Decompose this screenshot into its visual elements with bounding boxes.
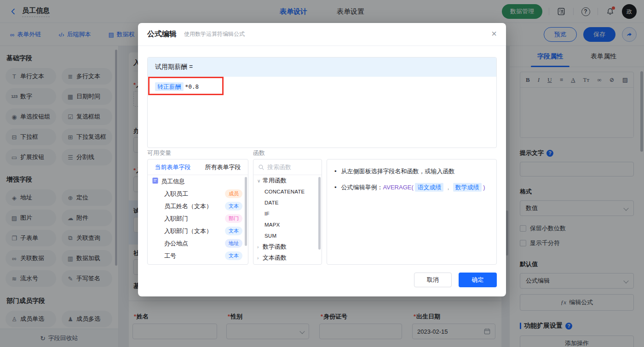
formula-expression: *0.8 [185,83,199,90]
help-example-prefix: 公式编辑举例： [341,184,383,191]
variable-item[interactable]: 工号文本 [148,250,248,262]
functions-scrollbar[interactable] [318,177,321,250]
variables-tab-当前表单字段[interactable]: 当前表单字段 [148,159,198,175]
formula-target: 试用期薪酬 = [148,57,496,77]
variable-name: 员工姓名（文本） [164,202,212,210]
help-function-close: ) [483,184,485,191]
variable-item[interactable]: 入职员工成员 [148,188,248,200]
function-group-文本函数[interactable]: ›文本函数 [253,252,322,263]
field-type-badge: 地址 [225,239,242,248]
function-search [253,159,322,175]
variable-item[interactable]: 员工姓名（文本）文本 [148,200,248,212]
confirm-button[interactable]: 确定 [459,273,497,287]
chevron-right-icon: › [257,256,263,261]
variable-name: 工号 [164,252,176,260]
function-IF[interactable]: IF [253,208,322,219]
variables-section-label: 可用变量 [147,149,171,157]
variables-tab-所有表单字段[interactable]: 所有表单字段 [198,159,248,175]
bullet-icon: • [334,183,337,192]
field-token[interactable]: 转正薪酬 [155,82,184,91]
help-line-1: 从左侧面板选择字段名和函数，或输入函数 [341,167,455,176]
formula-edit-dialog: 公式编辑 使用数学运算符编辑公式 × 试用期薪酬 = 转正薪酬*0.8 可用变量… [138,23,506,296]
search-icon [258,164,264,171]
example-token-2: 数学成绩 [453,183,482,192]
function-search-input[interactable] [267,164,309,171]
help-line-2: 公式编辑举例：AVERAGE( 语文成绩 ， 数学成绩 ) [341,183,485,192]
example-token-1: 语文成绩 [415,183,443,192]
function-group-数学函数[interactable]: ›数学函数 [253,241,322,252]
bullet-icon: • [334,167,337,176]
formula-help-panel: • 从左侧面板选择字段名和函数，或输入函数 • 公式编辑举例：AVERAGE( … [327,159,497,265]
variable-item[interactable]: 入职部门部门 [148,212,248,225]
function-group-label: 常用函数 [263,176,287,185]
variables-panel: 当前表单字段所有表单字段 员工信息入职员工成员员工姓名（文本）文本入职部门部门入… [147,159,248,265]
functions-section-label: 函数 [253,149,265,157]
variable-item[interactable]: 入职部门（文本）文本 [148,225,248,237]
field-type-badge: 部门 [225,214,242,223]
chevron-down-icon: ∨ [257,178,263,183]
variable-item[interactable]: 办公地点地址 [148,237,248,250]
close-icon[interactable]: × [491,29,497,38]
field-type-badge: 成员 [225,189,242,198]
field-type-badge: 文本 [225,202,242,210]
dialog-title: 公式编辑 [147,29,177,39]
variable-name: 入职部门 [164,215,188,223]
variables-list: 员工信息入职员工成员员工姓名（文本）文本入职部门部门入职部门（文本）文本办公地点… [148,175,248,262]
function-group-label: 数学函数 [263,243,287,251]
functions-list: ∨常用函数CONCATENATEDATEIFMAPXSUM›数学函数›文本函数 [253,175,322,263]
field-type-badge: 文本 [225,227,242,235]
variable-name: 入职员工 [164,190,188,198]
function-group-label: 文本函数 [263,254,287,262]
dialog-subtitle: 使用数学运算符编辑公式 [184,30,245,38]
functions-panel: ∨常用函数CONCATENATEDATEIFMAPXSUM›数学函数›文本函数 [253,159,322,265]
function-SUM[interactable]: SUM [253,230,322,241]
variables-root[interactable]: 员工信息 [148,175,248,188]
document-icon [152,177,158,185]
help-separator: ， [445,184,451,191]
function-group-常用函数[interactable]: ∨常用函数 [253,175,322,186]
variable-name: 入职部门（文本） [164,227,212,235]
field-type-badge: 文本 [225,251,242,260]
help-function-open: AVERAGE( [383,184,414,191]
formula-editor[interactable]: 试用期薪酬 = 转正薪酬*0.8 [147,57,497,148]
function-DATE[interactable]: DATE [253,197,322,208]
cancel-button[interactable]: 取消 [414,273,452,287]
function-MAPX[interactable]: MAPX [253,219,322,230]
chevron-right-icon: › [257,245,263,250]
variable-name: 办公地点 [164,239,188,248]
variables-scrollbar[interactable] [245,177,247,246]
variable-root-name: 员工信息 [161,177,185,186]
variables-tabs: 当前表单字段所有表单字段 [148,159,248,175]
function-CONCATENATE[interactable]: CONCATENATE [253,186,322,197]
